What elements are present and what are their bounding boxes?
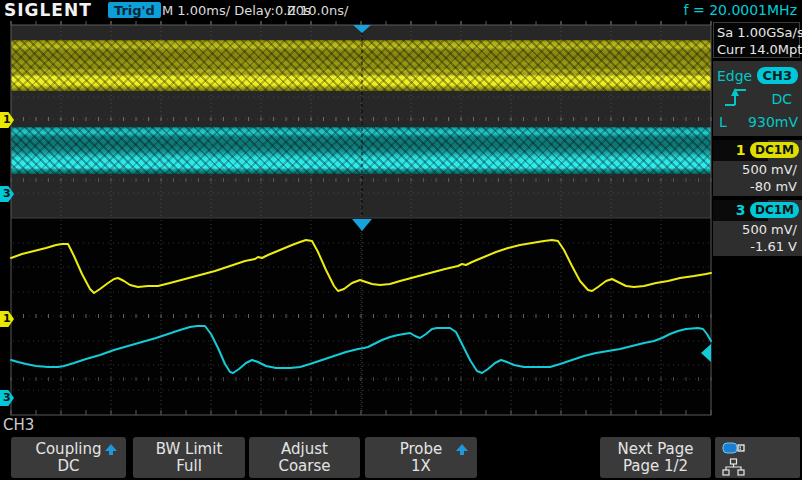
coupling-button[interactable]: Coupling DC: [11, 437, 126, 478]
adjust-button-title: Adjust: [249, 440, 360, 458]
ch1-coupling-badge: DC1M: [750, 142, 799, 158]
next-page-button[interactable]: Next Page Page 1/2: [600, 437, 711, 478]
coupling-button-value: DC: [11, 458, 126, 475]
trigger-source-badge: CH3: [757, 67, 798, 84]
trigger-panel[interactable]: Edge CH3 DC L 930mV: [713, 61, 802, 136]
ch1-offset: -80 mV: [713, 178, 802, 195]
frequency-counter-readout: f = 20.0001MHz: [684, 2, 797, 18]
usb-icon: [722, 440, 746, 456]
ch3-coupling-badge: DC1M: [750, 202, 799, 218]
bw-limit-button-value: Full: [133, 458, 245, 475]
up-arrow-icon: [455, 443, 469, 457]
ch1-scale: 500 mV/: [713, 161, 802, 178]
adjust-button[interactable]: Adjust Coarse: [249, 437, 360, 478]
top-status-bar: SIGLENT Trig'd M 1.00ms/ Delay:0.00s Z 1…: [0, 0, 802, 22]
probe-button-value: 1X: [365, 458, 477, 475]
trigger-level-value: 930mV: [748, 114, 798, 130]
io-status-box: [715, 437, 800, 478]
sample-rate: Sa 1.00GSa/s: [717, 24, 799, 41]
zoom-waveform-window: [11, 218, 711, 415]
memory-depth: Curr 14.0Mpts: [717, 41, 799, 58]
active-channel-label: CH3: [3, 416, 34, 434]
lan-icon: [722, 458, 746, 476]
ch3-info-panel[interactable]: 3 DC1M 500 mV/ -1.61 V: [713, 200, 802, 256]
probe-button[interactable]: Probe 1X: [365, 437, 477, 478]
acquisition-info-box: Sa 1.00GSa/s Curr 14.0Mpts: [713, 22, 800, 58]
trigger-coupling: DC: [771, 91, 792, 107]
ch1-info-panel[interactable]: 1 DC1M 500 mV/ -80 mV: [713, 140, 802, 196]
trigger-type-label: Edge: [717, 68, 752, 84]
trigger-status-badge: Trig'd: [108, 2, 161, 18]
bw-limit-button-title: BW Limit: [133, 440, 245, 458]
ch3-offset: -1.61 V: [713, 238, 802, 255]
bw-limit-button[interactable]: BW Limit Full: [133, 437, 245, 478]
trigger-level-label: L: [719, 114, 727, 130]
up-arrow-icon: [104, 443, 118, 457]
brand-logo: SIGLENT: [4, 0, 92, 20]
ch1-aliased-waveform-band: [11, 40, 711, 91]
oscilloscope-screen: SIGLENT Trig'd M 1.00ms/ Delay:0.00s Z 1…: [0, 0, 802, 480]
next-page-button-value: Page 1/2: [600, 458, 711, 475]
ch3-scale: 500 mV/: [713, 221, 802, 238]
ch3-aliased-waveform-band: [11, 127, 711, 174]
adjust-button-value: Coarse: [249, 458, 360, 475]
rising-edge-icon: [723, 85, 749, 113]
zoom-timebase-readout: Z 10.0ns/: [287, 3, 348, 18]
next-page-button-title: Next Page: [600, 440, 711, 458]
